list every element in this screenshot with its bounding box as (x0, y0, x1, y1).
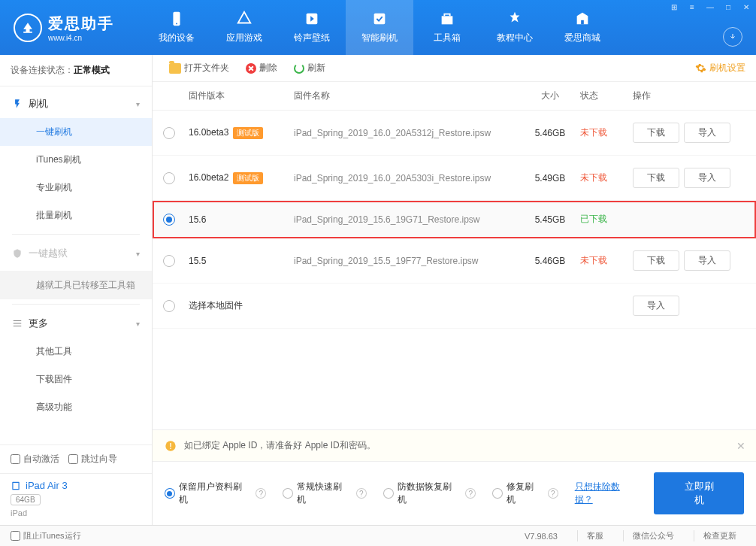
flash-option-3[interactable]: 修复刷机? (492, 481, 558, 506)
header: 爱思助手 www.i4.cn 我的设备应用游戏铃声壁纸智能刷机工具箱教程中心爱思… (0, 0, 756, 55)
settings-button[interactable]: 刷机设置 (695, 62, 745, 74)
wechat-link[interactable]: 微信公众号 (623, 530, 683, 541)
appleid-banner: 如已绑定 Apple ID，请准备好 Apple ID和密码。 ✕ (153, 429, 756, 461)
help-icon[interactable]: ? (465, 488, 476, 499)
nav: 我的设备应用游戏铃声壁纸智能刷机工具箱教程中心爱思商城 (143, 0, 616, 55)
table-row[interactable]: 15.5iPad_Spring_2019_15.5_19F77_Restore.… (153, 238, 756, 284)
block-itunes-check[interactable]: 阻止iTunes运行 (11, 530, 81, 541)
sidebar-item-batch[interactable]: 批量刷机 (0, 202, 152, 229)
svg-rect-6 (170, 443, 171, 447)
nav-item-6[interactable]: 爱思商城 (549, 0, 616, 55)
connection-status: 设备连接状态：正常模式 (0, 55, 152, 86)
conn-mode: 正常模式 (74, 65, 110, 75)
flash-options: 保留用户资料刷机?常规快速刷机?防数据恢复刷机?修复刷机?只想抹除数据？立即刷机 (153, 461, 756, 525)
flash-option-1[interactable]: 常规快速刷机? (283, 481, 366, 506)
device-name: iPad Air 3 (26, 480, 68, 491)
win-min-icon[interactable]: ― (705, 3, 715, 11)
download-indicator-icon[interactable] (723, 27, 742, 47)
nav-item-5[interactable]: 教程中心 (481, 0, 549, 55)
download-button[interactable]: 下载 (633, 250, 679, 271)
chevron-down-icon: ▾ (136, 250, 140, 258)
table-body: 16.0beta3测试版iPad_Spring_2019_16.0_20A531… (153, 111, 756, 329)
row-ops: 下载导入 (633, 168, 745, 188)
win-list-icon[interactable]: ≡ (687, 3, 697, 11)
row-status: 未下载 (580, 254, 633, 267)
sidebar-item-advanced[interactable]: 高级功能 (0, 393, 152, 421)
table-row[interactable]: 16.0beta3测试版iPad_Spring_2019_16.0_20A531… (153, 111, 756, 156)
nav-item-2[interactable]: 铃声壁纸 (278, 0, 346, 55)
service-link[interactable]: 客服 (577, 530, 612, 541)
row-radio[interactable] (163, 300, 175, 312)
device-info[interactable]: iPad Air 3 64GB iPad (0, 473, 152, 525)
win-close-icon[interactable]: ✕ (741, 3, 751, 11)
row-radio[interactable] (163, 255, 175, 267)
row-status: 已下载 (580, 213, 633, 226)
table-row-local[interactable]: 选择本地固件导入 (153, 284, 756, 329)
svg-point-1 (176, 23, 177, 25)
logo: 爱思助手 www.i4.cn (0, 14, 128, 42)
sidebar-item-download[interactable]: 下载固件 (0, 366, 152, 393)
radio-icon (383, 488, 394, 499)
col-version: 固件版本 (189, 89, 294, 102)
import-button[interactable]: 导入 (633, 296, 679, 316)
row-filename: iPad_Spring_2019_16.0_20A5312j_Restore.i… (294, 128, 520, 138)
footer: 阻止iTunes运行 V7.98.63 客服 微信公众号 检查更新 (0, 525, 756, 546)
nav-item-0[interactable]: 我的设备 (143, 0, 210, 55)
delete-icon (246, 63, 256, 74)
check-auto-activate[interactable]: 自动激活 (11, 453, 59, 466)
download-button[interactable]: 下载 (633, 168, 679, 188)
check-update-link[interactable]: 检查更新 (694, 530, 745, 541)
sidebar-flash-group[interactable]: 刷机 ▾ (0, 89, 152, 118)
nav-item-4[interactable]: 工具箱 (413, 0, 481, 55)
help-icon[interactable]: ? (256, 488, 266, 499)
table-row[interactable]: 15.6iPad_Spring_2019_15.6_19G71_Restore.… (153, 201, 756, 238)
import-button[interactable]: 导入 (684, 168, 730, 188)
check-skip-guide[interactable]: 跳过向导 (68, 453, 117, 466)
flash-now-button[interactable]: 立即刷机 (654, 472, 744, 514)
flash-option-0[interactable]: 保留用户资料刷机? (165, 481, 266, 506)
tablet-icon (11, 481, 21, 491)
device-capacity: 64GB (11, 494, 41, 505)
logo-title: 爱思助手 (48, 14, 114, 34)
sidebar: 设备连接状态：正常模式 刷机 ▾ 一键刷机 iTunes刷机 专业刷机 批量刷机… (0, 55, 153, 525)
download-button[interactable]: 下载 (633, 123, 679, 143)
refresh-button[interactable]: 刷新 (288, 62, 331, 74)
win-grid-icon[interactable]: ⊞ (669, 3, 679, 11)
sidebar-item-itunes[interactable]: iTunes刷机 (0, 146, 152, 174)
import-button[interactable]: 导入 (684, 250, 730, 271)
nav-item-3[interactable]: 智能刷机 (346, 0, 413, 55)
row-filename: iPad_Spring_2019_16.0_20A5303i_Restore.i… (294, 173, 520, 184)
delete-button[interactable]: 删除 (240, 62, 283, 74)
help-icon[interactable]: ? (548, 488, 558, 499)
logo-sub: www.i4.cn (48, 34, 114, 42)
col-ops: 操作 (633, 89, 745, 102)
import-button[interactable]: 导入 (684, 123, 730, 143)
sidebar-more-group[interactable]: 更多 ▾ (0, 309, 152, 338)
chevron-down-icon: ▾ (136, 100, 140, 108)
sidebar-item-onekey[interactable]: 一键刷机 (0, 118, 152, 146)
table-row[interactable]: 16.0beta2测试版iPad_Spring_2019_16.0_20A530… (153, 156, 756, 201)
row-radio[interactable] (163, 214, 175, 226)
row-status: 未下载 (580, 171, 633, 184)
row-filename: iPad_Spring_2019_15.6_19G71_Restore.ipsw (294, 214, 520, 225)
row-radio[interactable] (163, 127, 175, 139)
erase-data-link[interactable]: 只想抹除数据？ (575, 481, 638, 506)
win-max-icon[interactable]: □ (723, 3, 733, 11)
row-radio[interactable] (163, 172, 175, 184)
open-folder-button[interactable]: 打开文件夹 (163, 62, 235, 74)
device-type: iPad (11, 508, 141, 517)
window-controls: ⊞ ≡ ― □ ✕ (669, 3, 751, 11)
sidebar-item-pro[interactable]: 专业刷机 (0, 174, 152, 202)
col-size: 大小 (520, 89, 580, 102)
sidebar-jailbreak-label: 一键越狱 (29, 247, 68, 260)
warning-icon (165, 440, 177, 452)
row-version: 16.0beta2测试版 (189, 172, 294, 184)
help-icon[interactable]: ? (356, 488, 367, 499)
nav-item-1[interactable]: 应用游戏 (210, 0, 278, 55)
flash-option-2[interactable]: 防数据恢复刷机? (383, 481, 476, 506)
sidebar-item-tools[interactable]: 其他工具 (0, 338, 152, 366)
radio-icon (283, 488, 293, 499)
sidebar-flash-label: 刷机 (29, 97, 48, 111)
col-name: 固件名称 (294, 89, 520, 102)
banner-close-icon[interactable]: ✕ (736, 440, 745, 452)
